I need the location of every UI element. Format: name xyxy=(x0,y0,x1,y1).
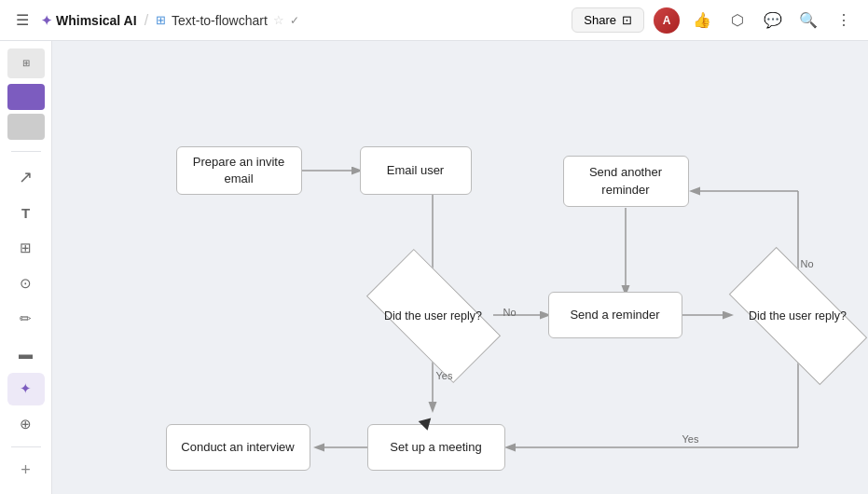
sidebar-add-button[interactable]: + xyxy=(7,453,45,487)
doc-icon: ⊞ xyxy=(156,13,166,27)
sidebar-thumbnail-2[interactable] xyxy=(7,84,45,110)
sidebar-item-more[interactable]: ⊕ xyxy=(7,407,45,441)
header: ☰ ✦ Whimsical AI / ⊞ Text-to-flowchart ☆… xyxy=(0,0,868,41)
label-no2: No xyxy=(801,258,814,269)
present-button[interactable]: ⬡ xyxy=(724,7,751,34)
node-setup[interactable]: Set up a meeting xyxy=(367,424,505,471)
sidebar-thumbnail-1[interactable]: ⊞ xyxy=(7,48,45,78)
node-interview[interactable]: Conduct an interview xyxy=(166,424,310,471)
flowchart-arrows xyxy=(88,89,834,461)
sidebar-item-draw[interactable]: ✏ xyxy=(7,302,45,336)
more-button[interactable]: ⋮ xyxy=(831,7,857,34)
star-icon[interactable]: ☆ xyxy=(273,13,284,27)
node-setup-label: Set up a meeting xyxy=(390,439,481,456)
label-yes1: Yes xyxy=(436,370,453,381)
diamond-reply1[interactable]: Did the user reply? xyxy=(372,282,495,350)
header-right: Share ⊡ A 👍 ⬡ 💬 🔍 ⋮ xyxy=(572,7,857,34)
node-send-another-label: Send anotherreminder xyxy=(589,164,662,198)
sidebar-item-ai[interactable]: ✦ xyxy=(7,373,45,406)
share-label: Share xyxy=(584,13,616,27)
sidebar-item-shape[interactable]: ▬ xyxy=(7,337,45,371)
diamond-reply1-label: Did the user reply? xyxy=(380,305,486,327)
diamond-reply2[interactable]: Did the user reply? xyxy=(734,282,862,350)
nav-menu-icon[interactable]: ☰ xyxy=(11,9,34,32)
sidebar-divider-1 xyxy=(11,151,41,152)
node-email[interactable]: Email user xyxy=(360,146,472,195)
search-button[interactable]: 🔍 xyxy=(795,7,821,34)
sidebar-item-grid[interactable]: ⊞ xyxy=(7,231,45,265)
chat-button[interactable]: 💬 xyxy=(760,7,786,34)
header-left: ☰ ✦ Whimsical AI / ⊞ Text-to-flowchart ☆… xyxy=(11,9,564,32)
node-prepare[interactable]: Prepare an inviteemail xyxy=(176,146,302,195)
node-email-label: Email user xyxy=(387,162,444,179)
doc-title: Text-to-flowchart xyxy=(172,13,268,28)
label-no1: No xyxy=(503,307,517,318)
flowchart: Prepare an inviteemail Email user Send a… xyxy=(88,89,834,461)
sidebar-item-navigate[interactable]: ↗ xyxy=(7,161,45,195)
avatar[interactable]: A xyxy=(654,7,680,34)
avatar-img: A xyxy=(654,7,680,34)
main-area: ⊞ ↗ T ⊞ ⊙ ✏ ▬ ✦ ⊕ + xyxy=(0,41,868,494)
sidebar-divider-2 xyxy=(11,446,41,447)
thumbs-up-button[interactable]: 👍 xyxy=(689,7,715,34)
doc-title-area: ⊞ Text-to-flowchart ☆ ✓ xyxy=(156,13,299,28)
breadcrumb-separator: / xyxy=(145,12,148,29)
sidebar: ⊞ ↗ T ⊞ ⊙ ✏ ▬ ✦ ⊕ + xyxy=(0,41,52,494)
label-yes2: Yes xyxy=(682,433,699,445)
node-prepare-label: Prepare an inviteemail xyxy=(193,154,284,187)
canvas[interactable]: Prepare an inviteemail Email user Send a… xyxy=(52,41,868,494)
node-interview-label: Conduct an interview xyxy=(181,439,294,456)
sidebar-thumbnail-3[interactable] xyxy=(7,114,45,140)
node-send-reminder-label: Send a reminder xyxy=(570,307,659,323)
brand: ✦ Whimsical AI xyxy=(41,13,137,28)
brand-icon: ✦ xyxy=(41,13,52,28)
share-button[interactable]: Share ⊡ xyxy=(572,7,644,33)
share-icon: ⊡ xyxy=(622,13,632,27)
brand-name: Whimsical AI xyxy=(56,13,137,28)
verified-icon: ✓ xyxy=(290,14,299,27)
node-send-reminder[interactable]: Send a reminder xyxy=(548,292,682,338)
node-send-another[interactable]: Send anotherreminder xyxy=(563,156,689,207)
sidebar-item-text[interactable]: T xyxy=(7,196,45,229)
diamond-reply2-label: Did the user reply? xyxy=(745,305,850,327)
sidebar-item-link[interactable]: ⊙ xyxy=(7,267,45,300)
